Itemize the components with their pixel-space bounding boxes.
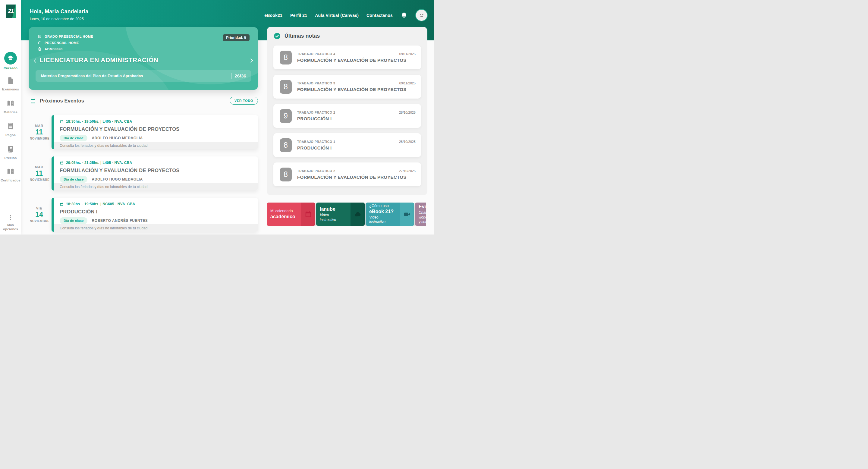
- nav-link[interactable]: eBook21: [264, 13, 282, 18]
- promo-eventos[interactable]: Even Charla works y cong: [415, 202, 426, 226]
- sidebar-item-examenes[interactable]: Exámenes: [0, 76, 21, 91]
- grade-score: 8: [280, 138, 292, 152]
- nav-link[interactable]: Contactanos: [367, 13, 393, 18]
- bell-icon[interactable]: [401, 11, 407, 19]
- promo-pretitle: ¿Cómo uso: [369, 204, 399, 209]
- logo-text: 21: [8, 8, 13, 14]
- program-level: GRADO PRESENCIAL HOME: [44, 35, 93, 38]
- event-date: MAR 11 NOVIEMBRE: [30, 115, 49, 149]
- promo-lanube[interactable]: lanube Video instructivo: [316, 202, 365, 226]
- grade-text: TRABAJO PRACTICO 2 28/10/2025 PRODUCCIÓN…: [297, 111, 415, 121]
- event-month: NOVIEMBRE: [30, 137, 49, 140]
- sidebar-item-cursado[interactable]: Cursado: [0, 52, 21, 70]
- sidebar-item-label: Pagos: [0, 133, 21, 137]
- grade-date: 28/10/2025: [399, 140, 415, 144]
- event-meta: Día de clase ADOLFO HUGO MEDAGLIA: [60, 135, 252, 142]
- calendar-icon: [304, 210, 312, 218]
- list-icon: [38, 34, 41, 38]
- sidebar-item-materias[interactable]: Materias: [0, 99, 21, 114]
- event-subject: PRODUCCIÓN I: [60, 209, 252, 215]
- promo-subtitle: y cong: [418, 220, 426, 224]
- sidebar-item-label: Precios: [0, 156, 21, 160]
- program-title: LICENCIATURA EN ADMINISTRACIÓN: [39, 56, 158, 64]
- event-time-row: 18:30hs. - 19:50hs. | NC605 - NVA. CBA: [60, 202, 252, 206]
- dashboard-page: Hola, Maria Candelaria lunes, 10 de novi…: [0, 0, 434, 234]
- chevron-right-icon[interactable]: [249, 57, 254, 64]
- grade-date: 28/10/2025: [399, 111, 415, 114]
- grade-text: TRABAJO PRACTICO 3 09/11/2025 FORMULACIÓ…: [297, 82, 415, 92]
- program-meta-row: GRADO PRESENCIAL HOME: [38, 34, 93, 38]
- calendar-icon: [60, 120, 64, 124]
- top-navigation: eBook21Perfil 21Aula Virtual (Canvas)Con…: [264, 9, 428, 22]
- view-all-button[interactable]: VER TODO: [230, 97, 258, 104]
- sidebar-item-precios[interactable]: Precios: [0, 145, 21, 160]
- promo-subtitle: Charla: [418, 210, 426, 215]
- promo-ebook21[interactable]: ¿Cómo uso eBook 21? Video instructivo: [366, 202, 414, 226]
- priority-badge: Prioridad: 5: [223, 34, 250, 41]
- sidebar-item-mas-opciones[interactable]: Más opciones: [0, 215, 21, 231]
- progress-label: Materias Programáticas del Plan de Estud…: [41, 74, 143, 78]
- grades-list: 8 TRABAJO PRACTICO 4 09/11/2025 FORMULAC…: [267, 39, 427, 186]
- event-card[interactable]: 20:05hs. - 21:25hs. | L405 - NVA. CBA FO…: [52, 156, 258, 190]
- sidebar-item-label: Exámenes: [0, 87, 21, 91]
- program-code: ADM08690: [44, 47, 63, 51]
- promo-text: Mi calendario académico: [270, 209, 300, 219]
- grade-card[interactable]: 8 TRABAJO PRACTICO 4 09/11/2025 FORMULAC…: [273, 45, 421, 69]
- user-avatar[interactable]: [415, 9, 428, 22]
- briefcase-icon: [38, 41, 41, 44]
- grade-text: TRABAJO PRACTICO 1 28/10/2025 PRODUCCIÓN…: [297, 140, 415, 150]
- promo-icon-strip: [400, 202, 414, 226]
- check-circle-icon: [274, 33, 281, 39]
- grade-card[interactable]: 8 TRABAJO PRACTICO 2 27/10/2025 FORMULAC…: [273, 162, 421, 186]
- chevron-left-icon[interactable]: [32, 57, 38, 64]
- vertical-dots-icon: [7, 215, 13, 221]
- calendar-icon: [60, 161, 64, 165]
- grade-score: 9: [280, 109, 292, 123]
- event-card[interactable]: 18:30hs. - 19:50hs. | NC605 - NVA. CBA P…: [52, 198, 258, 232]
- grade-type: TRABAJO PRACTICO 4: [297, 52, 335, 56]
- grade-card[interactable]: 8 TRABAJO PRACTICO 3 09/11/2025 FORMULAC…: [273, 75, 421, 99]
- graduation-cap-icon: [4, 52, 17, 64]
- grade-type: TRABAJO PRACTICO 1: [297, 140, 335, 144]
- promo-title: académico: [270, 214, 300, 219]
- events-section-header: Próximos Eventos VER TODO: [30, 97, 258, 104]
- event-subject: FORMULACIÓN Y EVALUACIÓN DE PROYECTOS: [60, 167, 252, 173]
- grade-card[interactable]: 8 TRABAJO PRACTICO 1 28/10/2025 PRODUCCI…: [273, 133, 421, 157]
- event-tag-badge: Día de clase: [60, 176, 87, 183]
- sidebar-item-pagos[interactable]: Pagos: [0, 122, 21, 137]
- video-camera-icon: [403, 210, 411, 218]
- sidebar-item-certificados[interactable]: Certificados: [0, 167, 21, 182]
- event-teacher: ROBERTO ANDRÉS FUENTES: [92, 219, 148, 223]
- smiley-face-icon: [418, 11, 426, 19]
- promo-icon-strip: [301, 202, 315, 226]
- grades-title: Últimas notas: [284, 33, 320, 39]
- event-time: 18:30hs. - 19:50hs. | NC605 - NVA. CBA: [66, 202, 135, 206]
- program-modality: PRESENCIAL HOME: [44, 41, 79, 44]
- promo-title: Even: [418, 204, 426, 210]
- grade-subject: FORMULACIÓN Y EVALUACIÓN DE PROYECTOS: [297, 58, 415, 63]
- receipt-icon: [7, 122, 14, 130]
- event-time-row: 18:30hs. - 19:50hs. | L405 - NVA. CBA: [60, 119, 252, 124]
- event-card[interactable]: 18:30hs. - 19:50hs. | L405 - NVA. CBA FO…: [52, 115, 258, 149]
- nav-link[interactable]: Perfil 21: [290, 13, 307, 18]
- siglo21-logo[interactable]: 21: [6, 4, 16, 18]
- sidebar: 21 Cursado Exámenes Materias Pagos: [0, 0, 21, 234]
- event-body: 18:30hs. - 19:50hs. | NC605 - NVA. CBA P…: [52, 198, 258, 224]
- cloud-icon: [354, 210, 362, 218]
- event-weekday: MAR: [30, 165, 49, 169]
- grade-top-row: TRABAJO PRACTICO 1 28/10/2025: [297, 140, 415, 144]
- current-date: lunes, 10 de noviembre de 2025: [30, 17, 88, 21]
- event-month: NOVIEMBRE: [30, 219, 49, 223]
- sidebar-item-label: Cursado: [0, 66, 21, 70]
- event-subject: FORMULACIÓN Y EVALUACIÓN DE PROYECTOS: [60, 126, 252, 132]
- grade-top-row: TRABAJO PRACTICO 3 09/11/2025: [297, 82, 415, 85]
- sidebar-item-label: Certificados: [0, 179, 21, 182]
- promo-title: lanube: [320, 206, 350, 212]
- event-day-number: 11: [30, 128, 49, 136]
- progress-value: 26/36: [231, 73, 246, 79]
- promo-calendario-academico[interactable]: Mi calendario académico: [267, 202, 315, 226]
- calendar-icon: [30, 98, 36, 104]
- nav-link[interactable]: Aula Virtual (Canvas): [315, 13, 359, 18]
- grade-card[interactable]: 9 TRABAJO PRACTICO 2 28/10/2025 PRODUCCI…: [273, 104, 421, 128]
- event-body: 20:05hs. - 21:25hs. | L405 - NVA. CBA FO…: [52, 156, 258, 183]
